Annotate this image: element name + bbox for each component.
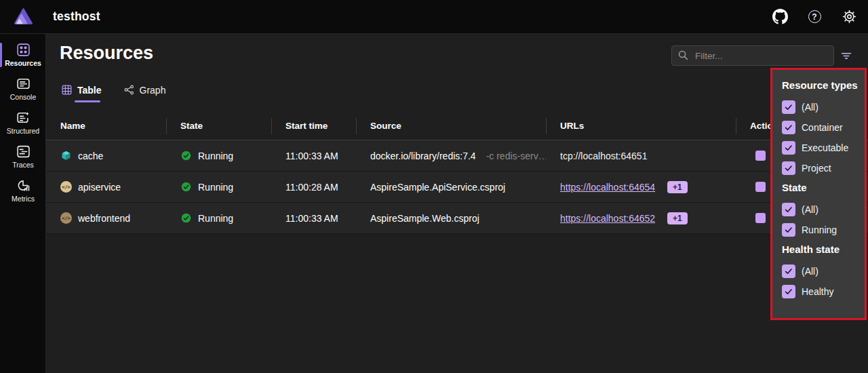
filter-option-container[interactable]: Container bbox=[782, 121, 865, 134]
source-path: AspireSample.Web.csproj bbox=[370, 213, 479, 224]
filter-funnel-button[interactable] bbox=[835, 46, 857, 65]
sidebar-item-metrics[interactable]: Metrics bbox=[0, 174, 46, 208]
resource-name: cache bbox=[78, 151, 103, 161]
resources-grid-icon bbox=[16, 43, 31, 57]
endpoint-url-link[interactable]: https://localhost:64652 bbox=[560, 213, 655, 224]
container-cube-icon bbox=[60, 150, 72, 161]
tab-graph[interactable]: Graph bbox=[122, 81, 167, 102]
state-label: Running bbox=[198, 213, 233, 224]
project-code-icon: </> bbox=[60, 181, 72, 193]
checkbox-checked[interactable] bbox=[782, 121, 795, 134]
action-button[interactable] bbox=[755, 182, 766, 192]
table-row-apiservice[interactable]: </> apiservice Running 11:00:28 AM Aspir… bbox=[46, 172, 868, 203]
settings-gear-icon[interactable] bbox=[841, 9, 857, 25]
sidebar-item-label: Traces bbox=[12, 161, 34, 169]
filter-option-all-health[interactable]: (All) bbox=[782, 264, 865, 278]
filter-search bbox=[671, 45, 834, 66]
console-icon bbox=[16, 77, 31, 91]
help-icon[interactable]: ? bbox=[806, 9, 823, 25]
tab-table[interactable]: Table bbox=[60, 81, 103, 102]
filter-popup: Resource types (All) Container Executabl… bbox=[770, 68, 867, 320]
filter-option-label: (All) bbox=[802, 204, 818, 215]
filter-option-project[interactable]: Project bbox=[782, 161, 865, 175]
filter-section-title: Resource types bbox=[782, 79, 865, 91]
filter-option-label: (All) bbox=[802, 102, 818, 113]
filter-option-all-states[interactable]: (All) bbox=[782, 203, 865, 216]
search-icon bbox=[677, 50, 689, 61]
checkbox-checked[interactable] bbox=[782, 285, 795, 298]
running-state-icon bbox=[180, 212, 192, 224]
start-time: 11:00:33 AM bbox=[271, 213, 356, 224]
top-bar: testhost ? bbox=[0, 0, 868, 34]
filter-option-running[interactable]: Running bbox=[782, 223, 865, 237]
main-content: Resources Table bbox=[46, 34, 868, 373]
resources-table: Name State Start time Source URLs Action… bbox=[46, 112, 868, 234]
structured-logs-icon bbox=[16, 111, 31, 125]
endpoint-url: tcp://localhost:64651 bbox=[560, 151, 647, 161]
sidebar-nav: Resources Console Structured Traces bbox=[0, 34, 46, 373]
checkbox-checked[interactable] bbox=[782, 161, 795, 175]
checkbox-checked[interactable] bbox=[782, 141, 795, 155]
state-label: Running bbox=[198, 151, 233, 161]
filter-option-label: Project bbox=[802, 163, 831, 174]
action-button[interactable] bbox=[755, 213, 766, 223]
filter-section-title: Health state bbox=[782, 243, 865, 255]
url-count-badge[interactable]: +1 bbox=[667, 212, 688, 224]
resource-name: apiservice bbox=[78, 182, 121, 193]
state-label: Running bbox=[198, 182, 233, 193]
source-path: docker.io/library/redis:7.4 bbox=[370, 151, 476, 161]
column-header-name: Name bbox=[46, 112, 166, 140]
running-state-icon bbox=[180, 150, 192, 161]
source-path: AspireSample.ApiService.csproj bbox=[370, 182, 505, 193]
filter-input[interactable] bbox=[671, 45, 834, 66]
tab-label: Graph bbox=[140, 85, 166, 96]
endpoint-url-link[interactable]: https://localhost:64654 bbox=[560, 182, 655, 193]
sidebar-item-label: Metrics bbox=[12, 195, 35, 203]
column-header-start-time: Start time bbox=[271, 112, 356, 140]
sidebar-item-structured[interactable]: Structured bbox=[0, 106, 46, 140]
page-title: Resources bbox=[60, 43, 153, 64]
column-header-state: State bbox=[166, 112, 271, 140]
sidebar-item-resources[interactable]: Resources bbox=[0, 38, 46, 72]
table-row-webfrontend[interactable]: </> webfrontend Running 11:00:33 AM Aspi… bbox=[46, 203, 868, 234]
filter-option-executable[interactable]: Executable bbox=[782, 141, 865, 155]
filter-section-title: State bbox=[782, 182, 865, 193]
app-title: testhost bbox=[53, 9, 100, 24]
sidebar-item-label: Resources bbox=[5, 59, 41, 67]
checkbox-checked[interactable] bbox=[782, 203, 795, 216]
checkbox-checked[interactable] bbox=[782, 264, 795, 278]
sidebar-item-console[interactable]: Console bbox=[0, 72, 46, 106]
table-header-row: Name State Start time Source URLs Action… bbox=[46, 112, 868, 140]
table-row-cache[interactable]: cache Running 11:00:33 AM docker.io/libr… bbox=[46, 140, 868, 172]
action-button[interactable] bbox=[755, 151, 766, 161]
graph-network-icon bbox=[123, 84, 135, 96]
filter-option-all-types[interactable]: (All) bbox=[782, 100, 865, 114]
github-icon[interactable] bbox=[772, 9, 788, 25]
filter-option-label: Container bbox=[802, 122, 843, 133]
url-count-badge[interactable]: +1 bbox=[667, 181, 688, 193]
project-code-icon: </> bbox=[60, 212, 72, 224]
view-tabs: Table Graph bbox=[60, 81, 167, 102]
sidebar-item-label: Console bbox=[10, 93, 37, 101]
tab-label: Table bbox=[77, 85, 102, 96]
checkbox-checked[interactable] bbox=[782, 223, 795, 237]
running-state-icon bbox=[180, 181, 192, 193]
sidebar-item-label: Structured bbox=[7, 127, 39, 135]
start-time: 11:00:33 AM bbox=[271, 151, 356, 161]
checkbox-checked[interactable] bbox=[782, 100, 795, 114]
sidebar-item-traces[interactable]: Traces bbox=[0, 140, 46, 174]
column-header-source: Source bbox=[356, 112, 546, 140]
traces-icon bbox=[16, 144, 31, 159]
start-time: 11:00:28 AM bbox=[271, 182, 356, 193]
source-args: -c redis-serv… bbox=[486, 151, 546, 161]
filter-option-healthy[interactable]: Healthy bbox=[782, 285, 865, 298]
filter-option-label: Healthy bbox=[802, 286, 833, 297]
help-question-glyph: ? bbox=[808, 10, 821, 23]
filter-option-label: Running bbox=[802, 224, 837, 235]
metrics-icon bbox=[16, 178, 31, 193]
table-grid-icon bbox=[61, 84, 73, 96]
filter-option-label: Executable bbox=[802, 142, 848, 153]
filter-option-label: (All) bbox=[802, 266, 818, 277]
aspire-logo-icon bbox=[14, 7, 33, 26]
resource-name: webfrontend bbox=[78, 213, 130, 224]
